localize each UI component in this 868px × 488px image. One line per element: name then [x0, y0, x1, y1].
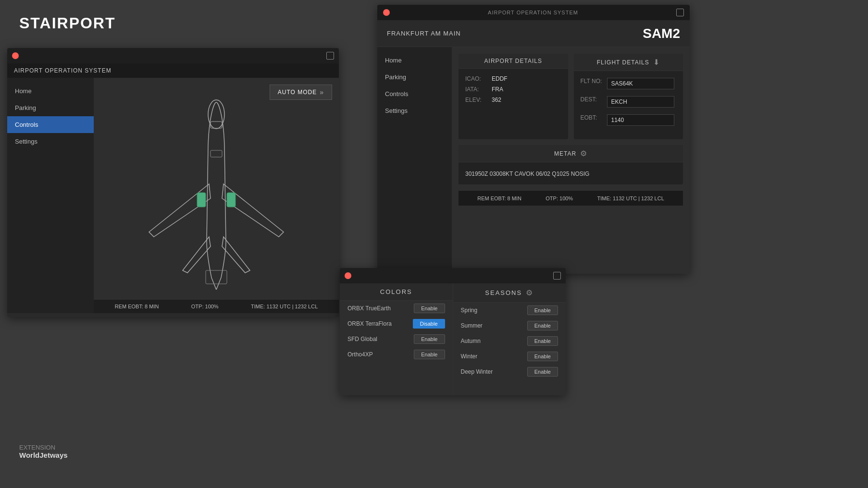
orbx-trueearth-label: ORBX TrueEarth: [347, 305, 391, 312]
deep-winter-button[interactable]: Enable: [527, 367, 558, 377]
brand-logo: STAIRPORT: [19, 14, 116, 32]
nav-tabs-right: Home Parking Controls Settings: [377, 47, 452, 274]
orbx-terraflora-row: ORBX TerraFlora Disable: [340, 316, 453, 331]
airport-details-panel: AIRPORT DETAILS ICAO: EDDF IATA: FRA ELE…: [459, 54, 568, 139]
summer-button[interactable]: Enable: [527, 321, 558, 330]
icao-value: EDDF: [492, 75, 508, 82]
otp-right: OTP: 100%: [546, 195, 573, 201]
metar-body: 301950Z 03008KT CAVOK 06/02 Q1025 NOSIG: [459, 162, 683, 184]
sidebar-item-parking[interactable]: Parking: [7, 99, 94, 116]
winter-button[interactable]: Enable: [527, 352, 558, 361]
window-bottom: COLORS ORBX TrueEarth Enable ORBX TerraF…: [340, 268, 566, 395]
window-right: AIRPORT OPERATION SYSTEM FRANKFURT AM MA…: [377, 5, 690, 274]
time-right: TIME: 1132 UTC | 1232 LCL: [597, 195, 664, 201]
header-row-right: FRANKFURT AM MAIN SAM2: [377, 20, 690, 47]
iata-row: IATA: FRA: [465, 86, 561, 93]
status-bar-left: REM EOBT: 8 MIN OTP: 100% TIME: 1132 UTC…: [94, 300, 339, 313]
sam2-logo: SAM2: [643, 26, 680, 41]
svg-rect-4: [211, 150, 222, 157]
right-layout: Home Parking Controls Settings AIRPORT D…: [377, 47, 690, 274]
titlebar-left: [7, 48, 339, 63]
sidebar-left: Home Parking Controls Settings: [7, 78, 94, 313]
seasons-header: SEASONS ⚙: [453, 283, 566, 303]
extension-name: WorldJetways: [19, 451, 68, 459]
eobt-row: EOBT:: [581, 114, 677, 129]
flt-no-row: FLT NO:: [581, 78, 677, 92]
nav-parking-right[interactable]: Parking: [377, 69, 452, 85]
summer-row: Summer Enable: [453, 318, 566, 333]
dest-label: DEST:: [581, 96, 607, 110]
flight-details-panel: FLIGHT DETAILS ⬇ FLT NO: DEST:: [574, 54, 683, 139]
icao-label: ICAO:: [465, 75, 492, 82]
nav-settings-right[interactable]: Settings: [377, 102, 452, 119]
dest-row: DEST:: [581, 96, 677, 110]
svg-rect-2: [197, 193, 206, 207]
aircraft-diagram: [94, 78, 339, 300]
elev-value: 362: [492, 97, 501, 103]
orbx-terraflora-button[interactable]: Disable: [413, 319, 445, 329]
autumn-row: Autumn Enable: [453, 333, 566, 349]
deep-winter-label: Deep Winter: [461, 368, 493, 375]
orbx-trueearth-row: ORBX TrueEarth Enable: [340, 301, 453, 316]
main-content-right: AIRPORT DETAILS ICAO: EDDF IATA: FRA ELE…: [452, 47, 690, 274]
ortho4xp-row: Ortho4XP Enable: [340, 347, 453, 362]
resize-icon-right[interactable]: [676, 9, 684, 16]
iata-label: IATA:: [465, 86, 492, 93]
autumn-button[interactable]: Enable: [527, 336, 558, 346]
spring-button[interactable]: Enable: [527, 305, 558, 315]
seasons-gear-icon[interactable]: ⚙: [526, 288, 533, 297]
elev-row: ELEV: 362: [465, 97, 561, 103]
orbx-terraflora-label: ORBX TerraFlora: [347, 320, 392, 327]
svg-rect-3: [227, 193, 236, 207]
dest-input[interactable]: [607, 96, 674, 108]
ortho4xp-button[interactable]: Enable: [414, 350, 445, 359]
spring-label: Spring: [461, 307, 478, 314]
metar-value: 301950Z 03008KT CAVOK 06/02 Q1025 NOSIG: [465, 171, 589, 177]
deep-winter-row: Deep Winter Enable: [453, 364, 566, 379]
nav-controls-right[interactable]: Controls: [377, 85, 452, 102]
spring-row: Spring Enable: [453, 303, 566, 318]
eobt-input[interactable]: [607, 114, 674, 126]
elev-label: ELEV:: [465, 97, 492, 103]
sfd-global-button[interactable]: Enable: [414, 334, 445, 344]
metar-gear-icon[interactable]: ⚙: [580, 149, 587, 158]
close-button-left[interactable]: [12, 52, 19, 59]
app-header-left: AIRPORT OPERATION SYSTEM: [7, 63, 339, 78]
main-layout-left: Home Parking Controls Settings AUTO MODE…: [7, 78, 339, 313]
metar-panel: METAR ⚙ 301950Z 03008KT CAVOK 06/02 Q102…: [459, 145, 683, 184]
sidebar-item-controls[interactable]: Controls: [7, 116, 94, 133]
auto-mode-button[interactable]: AUTO MODE »: [270, 85, 332, 100]
ortho4xp-label: Ortho4XP: [347, 351, 373, 358]
nav-home-right[interactable]: Home: [377, 52, 452, 69]
summer-label: Summer: [461, 322, 483, 329]
rem-eobt-left: REM EOBT: 8 MIN: [115, 304, 159, 309]
airport-details-body: ICAO: EDDF IATA: FRA ELEV: 362: [459, 69, 568, 114]
titlebar-right: AIRPORT OPERATION SYSTEM: [377, 5, 690, 20]
status-bar-right: REM EOBT: 8 MIN OTP: 100% TIME: 1132 UTC…: [459, 190, 683, 206]
app-title-right: AIRPORT OPERATION SYSTEM: [488, 10, 578, 15]
colors-header: COLORS: [340, 283, 453, 301]
otp-left: OTP: 100%: [191, 304, 219, 309]
autumn-label: Autumn: [461, 338, 481, 344]
flt-no-label: FLT NO:: [581, 78, 607, 92]
svg-rect-5: [206, 270, 227, 284]
close-button-bottom[interactable]: [345, 272, 351, 279]
resize-icon-bottom[interactable]: [553, 272, 561, 280]
download-icon[interactable]: ⬇: [653, 58, 660, 67]
sidebar-item-settings[interactable]: Settings: [7, 133, 94, 150]
seasons-panel: SEASONS ⚙ Spring Enable Summer Enable Au…: [453, 283, 566, 395]
airport-label: FRANKFURT AM MAIN: [387, 30, 461, 37]
winter-label: Winter: [461, 353, 478, 360]
close-button-right[interactable]: [383, 9, 390, 16]
time-left: TIME: 1132 UTC | 1232 LCL: [251, 304, 318, 309]
resize-icon-left[interactable]: [326, 52, 334, 60]
winter-row: Winter Enable: [453, 349, 566, 364]
icao-row: ICAO: EDDF: [465, 75, 561, 82]
orbx-trueearth-button[interactable]: Enable: [414, 304, 445, 313]
sidebar-item-home[interactable]: Home: [7, 83, 94, 99]
window-left: AIRPORT OPERATION SYSTEM Home Parking Co…: [7, 48, 339, 317]
flight-details-header: FLIGHT DETAILS ⬇: [574, 54, 683, 71]
sfd-global-row: SFD Global Enable: [340, 331, 453, 347]
flt-no-input[interactable]: [607, 78, 674, 89]
metar-header: METAR ⚙: [459, 145, 683, 162]
